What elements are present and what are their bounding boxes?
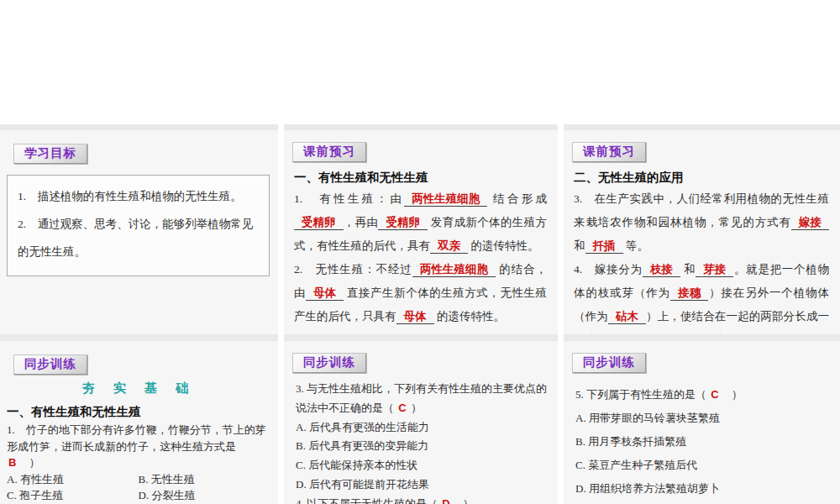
question-line: 4. 以下不属于无性生殖的是（ D ） bbox=[296, 495, 549, 504]
option-item: C. 孢子生殖 bbox=[7, 487, 139, 504]
question-line: 1. 有性生殖：由两性生殖细胞 结合形成受精卵，再由受精卵 发育成新个体的生殖方… bbox=[294, 187, 547, 258]
drill-section-heading: 一、有性生殖和无性生殖 bbox=[7, 404, 268, 420]
option-row: A. 有性生殖B. 无性生殖 bbox=[7, 471, 270, 488]
blank-answer: 两性生殖细胞 bbox=[404, 192, 487, 207]
text-segment: 1. 竹子的地下部分有许多竹鞭，竹鞭分节，节上的芽形成竹笋，进而长成新的竹子，这… bbox=[7, 423, 266, 453]
divider-band bbox=[564, 334, 840, 341]
text-segment: 的遗传特性。 bbox=[468, 239, 538, 252]
blank-answer: 嫁接 bbox=[791, 216, 829, 230]
text-segment: 2. 无性生殖：不经过 bbox=[294, 263, 412, 276]
column-left: 学习目标 1. 描述植物的有性生殖和植物的无性生殖。2. 通过观察、思考、讨论，… bbox=[0, 124, 278, 504]
text-line: B. 用月季枝条扦插繁殖 bbox=[575, 430, 832, 454]
text-segment: 结合形成 bbox=[487, 192, 547, 205]
text-segment: 4. 以下不属于无性生殖的是（ bbox=[296, 497, 440, 504]
preview-paragraphs: 1. 有性生殖：由两性生殖细胞 结合形成受精卵，再由受精卵 发育成新个体的生殖方… bbox=[294, 187, 547, 328]
text-line: D. 后代有可能提前开花结果 bbox=[296, 475, 549, 495]
blank-answer: 受精卵 bbox=[378, 216, 428, 230]
text-segment: 1. 有性生殖：由 bbox=[294, 192, 404, 205]
blank-answer: 接穗 bbox=[670, 286, 708, 301]
answer-letter: C bbox=[396, 402, 407, 414]
blank-answer: 受精卵 bbox=[294, 216, 344, 230]
question-line: 5. 下列属于有性生殖的是（ C ） bbox=[575, 383, 832, 407]
blank-answer: 砧木 bbox=[608, 310, 646, 324]
preview-paragraphs: 3. 在生产实践中，人们经常利用植物的无性生殖来栽培农作物和园林植物，常见的方式… bbox=[574, 187, 829, 334]
drill-badge: 同步训练 bbox=[13, 354, 87, 375]
text-segment: ） bbox=[408, 402, 422, 414]
text-segment: 和 bbox=[680, 263, 696, 276]
drill-questions: 5. 下列属于有性生殖的是（ C ）A. 用带芽眼的马铃薯块茎繁殖B. 用月季枝… bbox=[575, 383, 832, 501]
text-line: B. 后代具有更强的变异能力 bbox=[296, 437, 549, 456]
question-line: 1. 竹子的地下部分有许多竹鞭，竹鞭分节，节上的芽形成竹笋，进而长成新的竹子，这… bbox=[7, 422, 270, 471]
preview-badge: 课前预习 bbox=[292, 142, 366, 162]
drill-panel-3: 同步训练 5. 下列属于有性生殖的是（ C ）A. 用带芽眼的马铃薯块茎繁殖B.… bbox=[564, 341, 840, 504]
divider-band bbox=[284, 124, 558, 130]
blank-answer: 芽接 bbox=[696, 263, 733, 277]
learning-goals-panel: 学习目标 1. 描述植物的有性生殖和植物的无性生殖。2. 通过观察、思考、讨论，… bbox=[0, 130, 278, 334]
question-line: 4. 嫁接分为枝接 和芽接。就是把一个植物体的枝或芽（作为接穗）接在另外一个植物… bbox=[574, 258, 829, 334]
divider-band bbox=[0, 124, 278, 130]
option-item: A. 有性生殖 bbox=[7, 471, 139, 488]
text-line: 2. 通过观察、思考、讨论，能够列举植物常见的无性生殖。 bbox=[18, 210, 259, 265]
preview-heading: 二、无性生殖的应用 bbox=[574, 170, 830, 186]
option-item: D. 分裂生殖 bbox=[139, 487, 270, 504]
drill-basics-panel: 同步训练 夯 实 基 础 一、有性生殖和无性生殖 1. 竹子的地下部分有许多竹鞭… bbox=[0, 341, 278, 504]
preview-badge: 课前预习 bbox=[572, 142, 646, 162]
question-line: 3. 在生产实践中，人们经常利用植物的无性生殖来栽培农作物和园林植物，常见的方式… bbox=[574, 187, 829, 258]
drill-subtitle: 夯 实 基 础 bbox=[0, 381, 278, 396]
text-line: C. 菜豆产生种子繁殖后代 bbox=[575, 454, 832, 477]
column-right: 课前预习 二、无性生殖的应用 3. 在生产实践中，人们经常利用植物的无性生殖来栽… bbox=[564, 124, 840, 504]
drill-panel-2: 同步训练 3. 与无性生殖相比，下列有关有性生殖的主要优点的说法中不正确的是（ … bbox=[284, 341, 558, 504]
preview-panel-2: 课前预习 二、无性生殖的应用 3. 在生产实践中，人们经常利用植物的无性生殖来栽… bbox=[564, 130, 840, 334]
text-segment: 等。 bbox=[623, 239, 648, 252]
text-segment: 和 bbox=[574, 239, 585, 252]
blank-answer: 双亲 bbox=[430, 239, 468, 254]
text-segment: ，再由 bbox=[344, 216, 379, 228]
text-line: D. 用组织培养方法繁殖胡萝卜 bbox=[575, 477, 832, 501]
answer-letter: C bbox=[709, 388, 720, 401]
text-segment: ） bbox=[452, 497, 474, 504]
option-item: B. 无性生殖 bbox=[139, 471, 270, 488]
text-line: A. 后代具有更强的生活能力 bbox=[296, 418, 549, 438]
answer-letter: D bbox=[440, 497, 451, 504]
text-segment: 4. 嫁接分为 bbox=[574, 263, 643, 276]
drill-badge: 同步训练 bbox=[572, 353, 646, 373]
divider-band bbox=[284, 334, 558, 341]
drill-questions: 1. 竹子的地下部分有许多竹鞭，竹鞭分节，节上的芽形成竹笋，进而长成新的竹子，这… bbox=[7, 422, 270, 504]
blank-answer: 扦插 bbox=[585, 239, 623, 254]
blank-answer: 母体 bbox=[396, 310, 434, 324]
top-blank-area bbox=[0, 0, 840, 124]
blank-answer: 两性生殖细胞 bbox=[412, 263, 496, 277]
option-row: C. 孢子生殖D. 分裂生殖 bbox=[7, 487, 270, 504]
worksheet-grid: 学习目标 1. 描述植物的有性生殖和植物的无性生殖。2. 通过观察、思考、讨论，… bbox=[0, 124, 840, 504]
learning-goals-box: 1. 描述植物的有性生殖和植物的无性生殖。2. 通过观察、思考、讨论，能够列举植… bbox=[7, 175, 270, 276]
text-segment: ） bbox=[18, 456, 39, 469]
text-line: A. 用带芽眼的马铃薯块茎繁殖 bbox=[575, 407, 832, 430]
blank-answer: 枝接 bbox=[643, 263, 680, 277]
answer-letter: B bbox=[7, 456, 18, 469]
column-middle: 课前预习 一、有性生殖和无性生殖 1. 有性生殖：由两性生殖细胞 结合形成受精卵… bbox=[284, 124, 558, 504]
drill-questions: 3. 与无性生殖相比，下列有关有性生殖的主要优点的说法中不正确的是（ C ）A.… bbox=[296, 380, 549, 504]
preview-panel-1: 课前预习 一、有性生殖和无性生殖 1. 有性生殖：由两性生殖细胞 结合形成受精卵… bbox=[284, 130, 558, 334]
blank-answer: 母体 bbox=[306, 286, 344, 301]
question-line: 2. 无性生殖：不经过两性生殖细胞 的结合，由母体 直接产生新个体的生殖方式，无… bbox=[294, 258, 547, 328]
text-segment: ） bbox=[721, 388, 743, 401]
preview-heading: 一、有性生殖和无性生殖 bbox=[294, 170, 548, 186]
question-line: 3. 与无性生殖相比，下列有关有性生殖的主要优点的说法中不正确的是（ C ） bbox=[296, 380, 549, 418]
divider-band bbox=[0, 334, 278, 341]
text-line: C. 后代能保持亲本的性状 bbox=[296, 456, 549, 475]
text-line: 1. 描述植物的有性生殖和植物的无性生殖。 bbox=[18, 182, 259, 210]
drill-badge: 同步训练 bbox=[292, 353, 366, 373]
divider-band bbox=[564, 124, 840, 130]
text-segment: 5. 下列属于有性生殖的是（ bbox=[575, 388, 709, 401]
learning-goals-badge: 学习目标 bbox=[13, 144, 87, 164]
text-segment: 的遗传特性。 bbox=[434, 310, 505, 323]
